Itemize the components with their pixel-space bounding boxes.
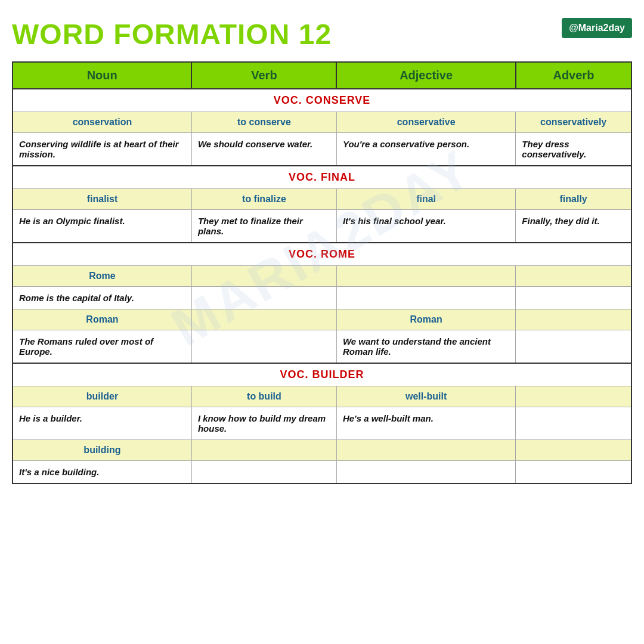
example-row: It's a nice building. bbox=[13, 461, 631, 484]
word-row: RomanRoman bbox=[13, 309, 631, 330]
section-header-row: VOC. BUILDER bbox=[13, 363, 631, 386]
word-row: builderto buildwell-built bbox=[13, 386, 631, 407]
section-header-row: VOC. FINAL bbox=[13, 166, 631, 189]
example-row: Conserving wildlife is at heart of their… bbox=[13, 133, 631, 166]
section-header-row: VOC. ROME bbox=[13, 243, 631, 266]
example-row: Rome is the capital of Italy. bbox=[13, 287, 631, 309]
word-formation-table: Noun Verb Adjective Adverb VOC. CONSERVE… bbox=[12, 61, 632, 484]
word-row: finalistto finalizefinalfinally bbox=[13, 189, 631, 210]
watermark-handle: @Maria2day bbox=[562, 18, 632, 38]
section-header-row: VOC. CONSERVE bbox=[13, 89, 631, 112]
header-adverb: Adverb bbox=[516, 62, 631, 89]
example-row: The Romans ruled over most of Europe.We … bbox=[13, 330, 631, 364]
example-row: He is an Olympic finalist.They met to fi… bbox=[13, 210, 631, 243]
main-container: WORD FORMATION 12 @Maria2day MARIA2DAY N… bbox=[0, 0, 644, 496]
header-verb: Verb bbox=[191, 62, 336, 89]
header-adjective: Adjective bbox=[336, 62, 515, 89]
header-noun: Noun bbox=[13, 62, 191, 89]
word-row: building bbox=[13, 440, 631, 461]
word-row: Rome bbox=[13, 266, 631, 287]
header-row: Noun Verb Adjective Adverb bbox=[13, 62, 631, 89]
word-row: conservationto conserveconservativeconse… bbox=[13, 112, 631, 133]
page-title: WORD FORMATION 12 bbox=[12, 18, 632, 51]
example-row: He is a builder.I know how to build my d… bbox=[13, 407, 631, 440]
